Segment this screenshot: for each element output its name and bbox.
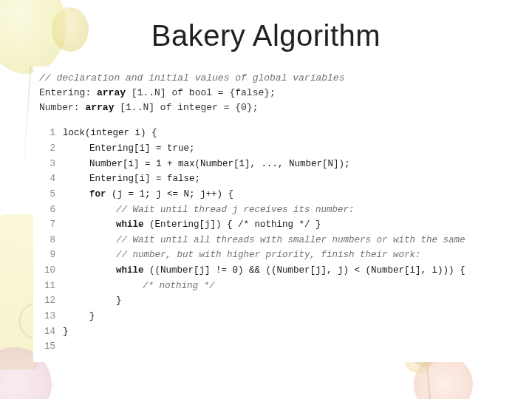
line-number: 8	[39, 233, 55, 248]
code-line: while (Entering[j]) { /* nothing */ }	[63, 217, 508, 233]
line-number: 12	[39, 293, 55, 309]
code-comment: // Wait until thread j receives its numb…	[116, 205, 355, 215]
code-line: Entering[i] = false;	[63, 171, 508, 187]
code-text: }	[116, 296, 122, 306]
decl-line2-post: [1..N] of integer = {0};	[114, 102, 258, 113]
code-line: for (j = 1; j <= N; j++) {	[63, 187, 508, 202]
code-line: while ((Number[j] != 0) && ((Number[j], …	[63, 263, 508, 279]
line-number: 14	[39, 324, 55, 340]
code-keyword: while	[116, 265, 144, 276]
code-line: Entering[i] = true;	[63, 141, 508, 157]
code-listing: 1lock(integer i) {2Entering[i] = true;3N…	[39, 126, 508, 354]
code-line: }	[63, 324, 508, 340]
code-line: }	[63, 309, 508, 324]
decl-line1-pre: Entering:	[39, 87, 97, 98]
code-text: lock(integer i) {	[63, 128, 157, 138]
code-keyword: for	[89, 189, 106, 200]
decl-line2-kw: array	[85, 102, 114, 113]
code-comment: // number, but with higher priority, fin…	[116, 250, 421, 260]
decl-line1-post: [1..N] of bool = {false};	[126, 87, 276, 98]
code-text: Number[i] = 1 + max(Number[1], ..., Numb…	[89, 159, 350, 169]
code-line: }	[63, 293, 508, 309]
line-number: 15	[39, 339, 55, 355]
decl-line2-pre: Number:	[39, 102, 85, 113]
code-comment: /* nothing */	[143, 281, 215, 291]
code-line: Number[i] = 1 + max(Number[1], ..., Numb…	[63, 157, 508, 172]
line-number: 5	[39, 187, 55, 202]
code-line: // Wait until thread j receives its numb…	[63, 202, 508, 218]
line-number: 2	[39, 141, 55, 157]
line-number: 13	[39, 309, 55, 324]
line-number: 10	[39, 263, 55, 279]
code-line: /* nothing */	[63, 279, 508, 294]
code-line: // Wait until all threads with smaller n…	[63, 233, 508, 248]
code-text: Entering[i] = true;	[89, 143, 195, 154]
decl-line1-kw: array	[97, 87, 126, 98]
line-number: 7	[39, 217, 55, 233]
decl-comment: // declaration and initial values of glo…	[39, 72, 344, 83]
code-text: }	[89, 311, 95, 321]
line-number: 11	[39, 279, 55, 294]
code-block: // declaration and initial values of glo…	[33, 66, 514, 362]
code-text: Entering[i] = false;	[89, 174, 200, 184]
code-text: (Entering[j]) { /* nothing */ }	[144, 219, 321, 230]
code-text: ((Number[j] != 0) && ((Number[j], j) < (…	[144, 265, 466, 276]
slide-content: Bakery Algorithm // declaration and init…	[0, 0, 532, 399]
code-line	[63, 339, 508, 355]
code-line: // number, but with higher priority, fin…	[63, 248, 508, 263]
code-keyword: while	[116, 219, 144, 230]
code-text: }	[63, 327, 69, 337]
line-number: 4	[39, 171, 55, 187]
code-text: (j = 1; j <= N; j++) {	[106, 189, 234, 200]
line-number: 9	[39, 248, 55, 263]
declaration-block: // declaration and initial values of glo…	[39, 71, 508, 115]
code-line: lock(integer i) {	[63, 126, 508, 141]
line-number: 6	[39, 202, 55, 218]
slide-title: Bakery Algorithm	[0, 0, 532, 60]
code-comment: // Wait until all threads with smaller n…	[116, 235, 466, 245]
line-number: 1	[39, 126, 55, 141]
line-number: 3	[39, 157, 55, 172]
